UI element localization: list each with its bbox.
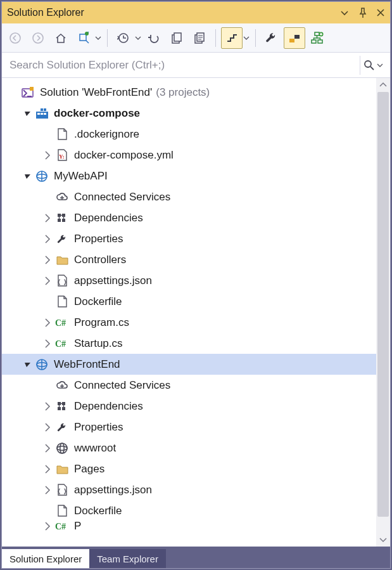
cloud-icon [55, 379, 69, 392]
expander-closed-icon[interactable] [42, 522, 53, 531]
expander-open-icon[interactable] [22, 360, 32, 369]
csharp-icon [55, 521, 69, 531]
search-input[interactable] [6, 53, 360, 77]
file-dockerfile[interactable]: Dockerfile [2, 291, 376, 312]
file-icon [55, 504, 69, 518]
file-icon [55, 295, 69, 309]
tab-solution-explorer[interactable]: Solution Explorer [2, 549, 89, 568]
node-connected-services[interactable]: Connected Services [2, 186, 376, 207]
project-docker-compose[interactable]: docker-compose [2, 103, 376, 124]
home-button[interactable] [50, 27, 72, 49]
json-icon [55, 483, 69, 497]
folder-pages[interactable]: Pages [2, 458, 376, 479]
file-icon [55, 127, 69, 141]
close-icon[interactable] [376, 8, 385, 17]
expander-closed-icon[interactable] [42, 339, 53, 348]
yaml-icon [55, 148, 69, 162]
project-webfrontend[interactable]: WebFrontEnd [2, 354, 376, 375]
properties-button[interactable] [261, 27, 282, 49]
expander-closed-icon[interactable] [42, 423, 53, 432]
expander-closed-icon[interactable] [42, 276, 53, 285]
file-dockerfile[interactable]: Dockerfile [2, 500, 376, 521]
node-properties[interactable]: Properties [2, 417, 376, 437]
vertical-scrollbar[interactable] [376, 78, 390, 547]
search-button[interactable] [360, 56, 386, 75]
solution-tree[interactable]: Solution 'WebFrontEnd' (3 projects) dock… [2, 78, 376, 547]
scroll-up-icon[interactable] [376, 78, 390, 91]
scroll-down-icon[interactable] [376, 534, 390, 547]
new-scope-button[interactable] [307, 27, 328, 49]
node-dependencies[interactable]: Dependencies [2, 396, 376, 417]
project-mywebapi[interactable]: MyWebAPI [2, 165, 376, 186]
cloud-icon [55, 190, 69, 204]
solution-label: Solution 'WebFrontEnd' [40, 86, 152, 99]
expander-closed-icon[interactable] [42, 444, 53, 453]
expander-closed-icon[interactable] [42, 151, 53, 160]
folder-controllers[interactable]: Controllers [2, 249, 376, 270]
file-startup-cs[interactable]: Startup.cs [2, 333, 376, 354]
dependencies-icon [55, 211, 69, 225]
folder-icon [55, 253, 69, 267]
node-dependencies[interactable]: Dependencies [2, 207, 376, 228]
file-partial[interactable]: P [2, 521, 376, 531]
csharp-icon [55, 316, 69, 330]
expander-closed-icon[interactable] [42, 235, 53, 243]
back-button[interactable] [4, 27, 26, 49]
expander-closed-icon[interactable] [42, 256, 53, 264]
dependencies-icon [55, 399, 69, 413]
expander-closed-icon[interactable] [42, 402, 53, 411]
window-options-icon[interactable] [341, 10, 348, 16]
globe-icon [55, 441, 69, 455]
pin-icon[interactable] [357, 8, 367, 18]
csharp-icon [55, 337, 69, 351]
file-program-cs[interactable]: Program.cs [2, 312, 376, 333]
titlebar: Solution Explorer [2, 2, 390, 23]
expander-closed-icon[interactable] [42, 214, 53, 223]
tab-team-explorer[interactable]: Team Explorer [89, 549, 166, 568]
csproj-icon [35, 169, 49, 183]
csproj-icon [35, 358, 49, 372]
solution-count: (3 projects) [156, 86, 210, 99]
folder-wwwroot[interactable]: wwwroot [2, 437, 376, 458]
refresh-button[interactable] [143, 27, 165, 49]
docker-compose-icon [35, 107, 49, 120]
file-appsettings[interactable]: appsettings.json [2, 479, 376, 500]
toolbar-separator [255, 29, 256, 47]
show-all-files-button[interactable] [189, 27, 210, 49]
file-dockerignore[interactable]: .dockerignore [2, 124, 376, 145]
folder-icon [55, 462, 69, 476]
panel-title: Solution Explorer [7, 7, 341, 18]
wrench-icon [55, 420, 69, 434]
sync-button[interactable] [73, 27, 94, 49]
search-icon [364, 60, 375, 71]
expander-closed-icon[interactable] [42, 465, 53, 474]
solution-node[interactable]: Solution 'WebFrontEnd' (3 projects) [2, 82, 376, 103]
expander-open-icon[interactable] [22, 172, 32, 181]
pending-changes-button[interactable] [113, 27, 134, 49]
toolbar [2, 23, 390, 53]
node-properties[interactable]: Properties [2, 228, 376, 249]
toolbar-separator [215, 29, 216, 47]
wrench-icon [55, 232, 69, 246]
preview-selected-button[interactable] [221, 27, 243, 49]
preview-dropdown-icon[interactable] [243, 35, 250, 41]
sync-dropdown-icon[interactable] [94, 35, 102, 41]
file-docker-compose-yml[interactable]: docker-compose.yml [2, 145, 376, 165]
collapse-all-button[interactable] [166, 27, 187, 49]
scrollbar-thumb[interactable] [377, 92, 389, 517]
expander-closed-icon[interactable] [42, 318, 53, 327]
toolbar-separator [107, 29, 108, 47]
step-button[interactable] [284, 27, 305, 49]
file-appsettings[interactable]: appsettings.json [2, 270, 376, 291]
bottom-tabs: Solution Explorer Team Explorer [2, 547, 390, 568]
expander-open-icon[interactable] [22, 109, 32, 118]
expander-closed-icon[interactable] [42, 486, 53, 495]
pending-dropdown-icon[interactable] [134, 35, 142, 41]
search-bar [2, 53, 390, 78]
solution-icon [21, 86, 35, 100]
node-connected-services[interactable]: Connected Services [2, 375, 376, 396]
forward-button[interactable] [27, 27, 49, 49]
search-dropdown-icon [377, 62, 383, 68]
solution-explorer-panel: Solution Explorer [1, 1, 391, 569]
json-icon [55, 274, 69, 288]
